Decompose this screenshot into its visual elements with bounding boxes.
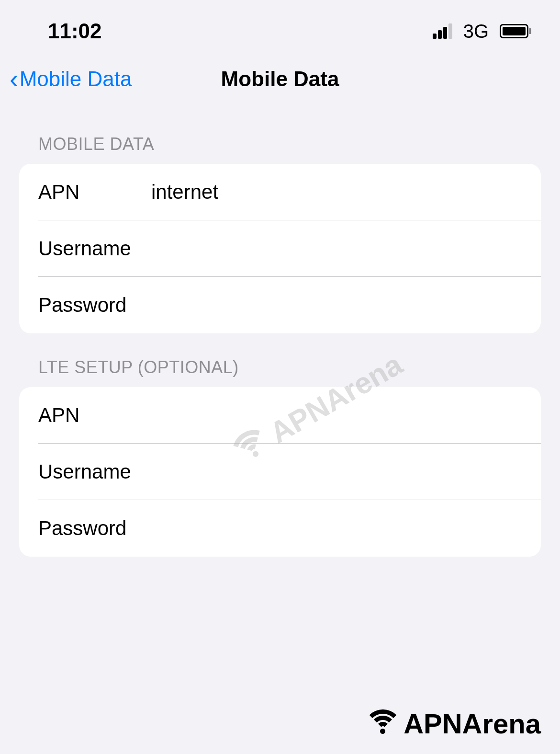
status-bar: 11:02 3G: [0, 0, 560, 53]
page-title: Mobile Data: [221, 67, 339, 91]
lte-username-input[interactable]: [151, 460, 522, 483]
apn-label: APN: [38, 181, 151, 204]
status-indicators: 3G: [433, 21, 531, 42]
username-label: Username: [38, 237, 151, 260]
apn-input[interactable]: [151, 181, 522, 204]
network-type: 3G: [463, 21, 489, 42]
navigation-bar: ‹ Mobile Data Mobile Data: [0, 53, 560, 110]
wifi-icon: [364, 709, 402, 738]
lte-password-label: Password: [38, 517, 151, 540]
lte-apn-input[interactable]: [151, 404, 522, 427]
lte-apn-row[interactable]: APN: [19, 387, 541, 444]
password-row[interactable]: Password: [19, 277, 541, 333]
settings-group-mobile-data: APN Username Password: [19, 164, 541, 333]
password-label: Password: [38, 294, 151, 317]
chevron-left-icon: ‹: [10, 66, 19, 92]
watermark-bottom: APNArena: [364, 708, 541, 740]
password-input[interactable]: [151, 294, 522, 317]
settings-group-lte: APN Username Password: [19, 387, 541, 557]
section-header-lte: LTE SETUP (OPTIONAL): [0, 333, 560, 387]
username-input[interactable]: [151, 237, 522, 260]
back-label: Mobile Data: [20, 67, 132, 91]
apn-row[interactable]: APN: [19, 164, 541, 220]
status-time: 11:02: [48, 19, 102, 43]
lte-password-input[interactable]: [151, 517, 522, 540]
section-header-mobile-data: MOBILE DATA: [0, 110, 560, 164]
battery-icon: [500, 24, 531, 38]
username-row[interactable]: Username: [19, 220, 541, 277]
lte-password-row[interactable]: Password: [19, 500, 541, 557]
lte-apn-label: APN: [38, 404, 151, 427]
signal-icon: [433, 23, 452, 39]
lte-username-row[interactable]: Username: [19, 444, 541, 500]
back-button[interactable]: ‹ Mobile Data: [10, 66, 132, 92]
lte-username-label: Username: [38, 460, 151, 483]
